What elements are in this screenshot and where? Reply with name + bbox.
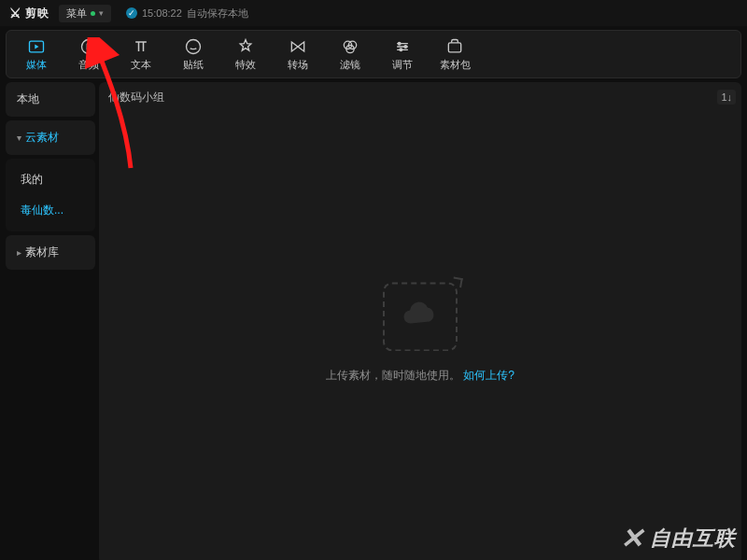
- svg-point-6: [398, 42, 401, 45]
- effect-icon: [236, 37, 255, 56]
- tab-adjust[interactable]: 调节: [380, 34, 425, 75]
- sidebar-cloud-children: 我的 毒仙数...: [6, 159, 95, 231]
- app-name: 剪映: [25, 6, 49, 21]
- svg-point-8: [400, 49, 402, 51]
- watermark: ✕ 自由互联: [620, 522, 736, 554]
- empty-state: 上传素材，随时随地使用。 如何上传?: [326, 282, 514, 384]
- save-text: 自动保存本地: [187, 7, 248, 21]
- tab-label: 调节: [392, 58, 413, 72]
- svg-point-1: [82, 39, 96, 53]
- filter-icon: [341, 37, 359, 56]
- tab-label: 文本: [131, 58, 151, 72]
- audio-icon: [79, 37, 98, 56]
- watermark-text: 自由互联: [650, 525, 736, 553]
- check-circle-icon: ✓: [126, 7, 137, 19]
- breadcrumb: 仙数码小组: [108, 90, 164, 105]
- how-to-upload-link[interactable]: 如何上传?: [463, 369, 514, 382]
- empty-hint: 上传素材，随时随地使用。 如何上传?: [326, 368, 514, 384]
- logo-mark-icon: ⚔: [9, 6, 21, 21]
- svg-point-7: [404, 45, 407, 48]
- transition-icon: [289, 37, 307, 56]
- sort-chip[interactable]: 1↓: [717, 90, 736, 105]
- pack-icon: [445, 37, 464, 56]
- sidebar-tab-label: 云素材: [25, 130, 59, 146]
- tab-filter[interactable]: 滤镜: [328, 34, 373, 75]
- tab-label: 音频: [78, 58, 99, 72]
- save-time: 15:08:22: [142, 7, 182, 19]
- dot-indicator-icon: [91, 11, 95, 16]
- tab-media[interactable]: 媒体: [14, 34, 59, 75]
- tab-label: 素材包: [440, 58, 471, 72]
- svg-rect-9: [448, 42, 460, 51]
- sidebar-item-mine[interactable]: 我的: [6, 164, 95, 195]
- body-row: 本地 云素材 我的 毒仙数... 素材库 仙数码小组 1↓: [6, 82, 741, 560]
- app-logo: ⚔ 剪映: [9, 6, 49, 21]
- media-icon: [27, 37, 46, 56]
- tab-pack[interactable]: 素材包: [432, 34, 477, 75]
- sidebar-tab-cloud[interactable]: 云素材: [6, 120, 95, 155]
- tab-sticker[interactable]: 贴纸: [171, 34, 216, 75]
- tab-audio[interactable]: 音频: [66, 34, 111, 75]
- sidebar: 本地 云素材 我的 毒仙数... 素材库: [6, 82, 95, 560]
- tab-label: 滤镜: [340, 58, 360, 72]
- adjust-icon: [393, 37, 412, 56]
- upload-dropzone[interactable]: [383, 282, 458, 351]
- hint-text: 上传素材，随时随地使用。: [326, 369, 460, 382]
- chevron-down-icon: ▾: [99, 8, 104, 18]
- tab-label: 媒体: [26, 58, 47, 72]
- sidebar-item-team[interactable]: 毒仙数...: [6, 195, 95, 226]
- sidebar-tab-label: 素材库: [25, 245, 59, 260]
- tab-transition[interactable]: 转场: [275, 34, 320, 75]
- sticker-icon: [184, 37, 203, 56]
- tab-text[interactable]: 文本: [119, 34, 163, 75]
- cloud-upload-icon: [402, 301, 439, 332]
- tool-tabs: 媒体 音频 文本 贴纸 特效 转场 滤镜: [6, 30, 741, 78]
- menu-button[interactable]: 菜单 ▾: [59, 5, 111, 22]
- tab-label: 特效: [235, 58, 256, 72]
- tab-label: 贴纸: [183, 58, 204, 72]
- content-pane: 仙数码小组 1↓ 上传素材，随时随地使用。 如何上传?: [99, 82, 741, 560]
- titlebar: ⚔ 剪映 菜单 ▾ ✓ 15:08:22 自动保存本地: [0, 0, 747, 26]
- sidebar-item-label: 我的: [21, 173, 43, 186]
- sidebar-tab-library[interactable]: 素材库: [6, 235, 95, 270]
- sidebar-tab-label: 本地: [17, 91, 39, 107]
- tab-label: 转场: [288, 58, 308, 72]
- menu-label: 菜单: [66, 7, 87, 21]
- text-icon: [132, 37, 150, 56]
- svg-point-2: [187, 39, 201, 53]
- autosave-status: ✓ 15:08:22 自动保存本地: [126, 7, 248, 21]
- tab-effect[interactable]: 特效: [223, 34, 268, 75]
- sidebar-item-label: 毒仙数...: [21, 203, 63, 217]
- sidebar-tab-local[interactable]: 本地: [6, 82, 95, 117]
- watermark-x-icon: ✕: [620, 522, 644, 554]
